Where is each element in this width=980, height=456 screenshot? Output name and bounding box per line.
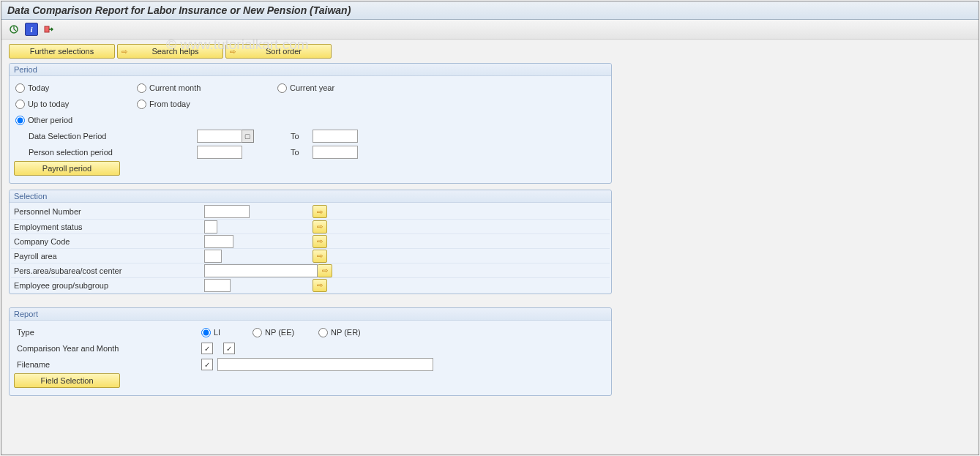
report-group: Report Type LI NP (EE) NP (ER) Compariso… [9,307,612,396]
comp-month-checkbox[interactable]: ✓ [223,343,235,354]
f4-help-icon[interactable]: ▢ [242,130,254,143]
app-toolbar: i [1,20,979,40]
execute-icon[interactable] [7,23,20,36]
selection-group-title: Selection [10,190,611,203]
selection-group: Selection Personnel Number ⇨ Employment … [9,190,612,294]
radio-today[interactable]: Today [14,83,137,93]
payroll-area-label: Payroll area [14,252,204,261]
sort-order-button[interactable]: ⇨ Sort order [225,44,332,59]
employment-status-input[interactable] [204,220,217,233]
company-code-label: Company Code [14,237,204,246]
variants-icon[interactable] [42,23,56,36]
type-label: Type [14,328,201,337]
page-title: Data Comparison Report for Labor Insuran… [1,1,979,20]
multiple-selection-button[interactable]: ⇨ [313,205,327,218]
radio-li[interactable]: LI [201,328,253,337]
period-group: Period Today Current month Current year … [9,63,612,184]
multiple-selection-button[interactable]: ⇨ [313,220,327,233]
radio-up-to-today[interactable]: Up to today [14,100,137,109]
radio-current-year[interactable]: Current year [277,83,409,93]
emp-group-input[interactable] [204,279,231,292]
person-sel-from-input[interactable] [197,146,242,159]
data-sel-period-label: Data Selection Period [14,132,197,141]
field-selection-button[interactable]: Field Selection [14,373,120,388]
radio-current-month[interactable]: Current month [137,83,277,93]
data-sel-from-input[interactable] [197,130,242,143]
multiple-selection-button[interactable]: ⇨ [313,235,327,248]
personnel-number-label: Personnel Number [14,207,204,216]
filename-label: Filename [14,360,201,369]
comp-ym-label: Comparison Year and Month [14,344,201,353]
search-helps-button[interactable]: ⇨ Search helps [117,44,223,59]
report-group-title: Report [10,308,611,321]
company-code-input[interactable] [204,235,233,248]
data-sel-to-input[interactable] [313,130,358,143]
personnel-number-input[interactable] [204,205,250,218]
radio-from-today[interactable]: From today [137,100,277,109]
selection-buttons-row: Further selections ⇨ Search helps ⇨ Sort… [1,40,979,61]
period-group-title: Period [10,64,611,76]
emp-group-label: Employee group/subgroup [14,281,204,290]
comp-year-checkbox[interactable]: ✓ [201,343,213,354]
info-icon[interactable]: i [25,23,38,36]
person-sel-period-label: Person selection period [14,148,197,157]
multiple-selection-button[interactable]: ⇨ [313,279,327,292]
to-label: To [291,132,313,141]
svg-rect-1 [45,26,49,32]
radio-other-period[interactable]: Other period [14,116,137,125]
arrow-right-icon: ⇨ [228,48,238,56]
pers-area-input[interactable] [204,264,318,277]
person-sel-to-input[interactable] [313,146,358,159]
pers-area-label: Pers.area/subarea/cost center [14,266,204,275]
to-label: To [291,148,313,157]
employment-status-label: Employment status [14,223,204,231]
multiple-selection-button[interactable]: ⇨ [318,264,332,277]
multiple-selection-button[interactable]: ⇨ [313,250,327,263]
arrow-right-icon: ⇨ [119,48,130,56]
filename-checkbox[interactable]: ✓ [201,359,213,370]
radio-np-er[interactable]: NP (ER) [318,328,384,337]
payroll-period-button[interactable]: Payroll period [14,161,120,176]
payroll-area-input[interactable] [204,250,222,263]
filename-input[interactable] [217,358,433,371]
further-selections-button[interactable]: Further selections [9,44,115,59]
radio-np-ee[interactable]: NP (EE) [253,328,318,337]
